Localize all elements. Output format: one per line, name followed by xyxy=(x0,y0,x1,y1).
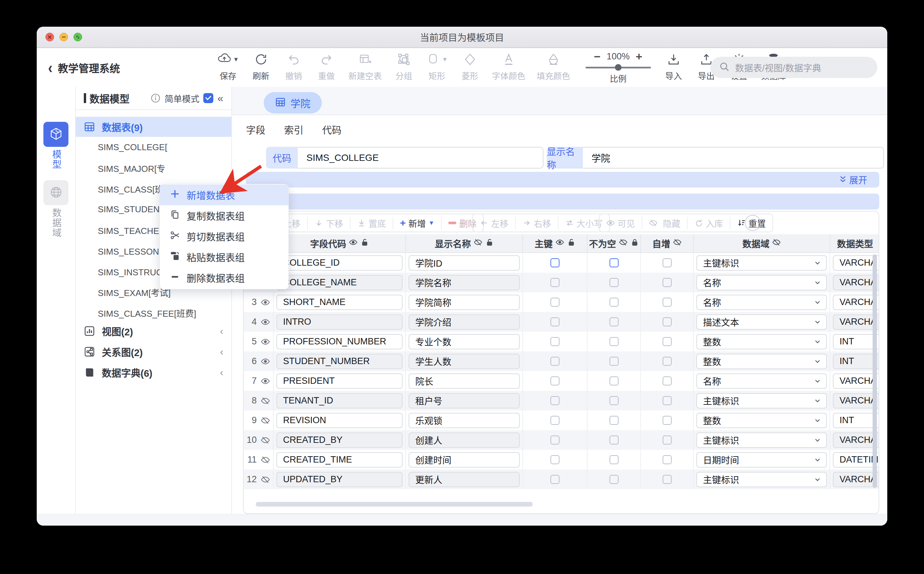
auto-increment-checkbox[interactable] xyxy=(662,298,672,307)
display-name-input[interactable]: 创建时间 xyxy=(408,452,520,468)
eye-slash-icon[interactable] xyxy=(261,416,270,425)
primary-key-checkbox[interactable] xyxy=(550,377,560,385)
refresh-button[interactable]: 刷新 xyxy=(251,51,272,81)
auto-increment-checkbox[interactable] xyxy=(662,475,672,484)
data-domain-select[interactable]: 名称 xyxy=(696,374,827,389)
add-field-button[interactable]: + 新增 ▼ xyxy=(393,217,441,229)
not-null-checkbox[interactable] xyxy=(610,377,618,385)
auto-increment-checkbox[interactable] xyxy=(662,357,672,366)
data-domain-select[interactable]: 主键标识 xyxy=(696,432,827,448)
field-code-input[interactable]: TENANT_ID xyxy=(276,393,402,408)
sidebar-group-relations[interactable]: 关系图(2) ‹ xyxy=(76,342,231,362)
lock-open-icon[interactable] xyxy=(485,238,494,249)
search-input[interactable]: 数据表/视图/数据字典 xyxy=(710,57,877,78)
eye-slash-icon[interactable] xyxy=(619,238,628,249)
chevron-left-icon[interactable]: ‹ xyxy=(220,367,223,378)
data-domain-select[interactable]: 日期时间 xyxy=(696,452,827,468)
import-button[interactable]: 导入 xyxy=(663,51,684,81)
auto-increment-checkbox[interactable] xyxy=(662,278,672,287)
tab-indexes[interactable]: 索引 xyxy=(284,123,303,137)
primary-key-checkbox[interactable] xyxy=(550,416,560,425)
set-hidden-button[interactable]: 隐藏 xyxy=(642,217,687,229)
field-code-input[interactable]: UPDATED_BY xyxy=(276,472,402,487)
field-code-input[interactable]: COLLEGE_NAME xyxy=(276,275,402,290)
not-null-checkbox[interactable] xyxy=(610,258,618,267)
eye-icon[interactable] xyxy=(261,377,270,386)
rail-item-data-domain[interactable]: 数据域 xyxy=(43,180,68,238)
menu-item-add-table[interactable]: 新增数据表 xyxy=(160,184,289,205)
data-domain-select[interactable]: 描述文本 xyxy=(696,314,827,330)
primary-key-checkbox[interactable] xyxy=(550,396,560,405)
save-button[interactable]: ▼ 保存 xyxy=(217,51,239,81)
primary-key-checkbox[interactable] xyxy=(550,357,560,366)
display-name-input[interactable]: 学院ID xyxy=(408,255,520,271)
menu-item-cut-group[interactable]: 剪切数据表组 xyxy=(160,226,289,247)
sidebar-group-dictionary[interactable]: 数据字典(6) ‹ xyxy=(76,363,231,382)
sidebar-table-item[interactable]: SIMS_CLASS_FEE[班费] xyxy=(76,302,231,323)
tab-fields[interactable]: 字段 xyxy=(246,123,265,137)
data-domain-select[interactable]: 主键标识 xyxy=(696,472,827,487)
display-name-input[interactable]: 专业个数 xyxy=(408,334,520,349)
rail-item-model[interactable]: 模型 xyxy=(43,122,68,170)
new-empty-table-button[interactable]: 新建空表 xyxy=(348,51,382,81)
auto-increment-checkbox[interactable] xyxy=(662,317,672,326)
eye-slash-icon[interactable] xyxy=(261,435,270,445)
eye-slash-icon[interactable] xyxy=(261,396,270,405)
sidebar-group-tables[interactable]: 数据表(9) xyxy=(76,117,231,137)
field-code-input[interactable]: CREATED_BY xyxy=(276,432,402,448)
primary-key-checkbox[interactable] xyxy=(550,278,560,287)
display-name-input[interactable]: 学院 xyxy=(583,147,884,169)
lock-icon[interactable] xyxy=(630,238,639,249)
zoom-in-button[interactable]: + xyxy=(635,51,642,62)
move-to-bottom-button[interactable]: 置底 xyxy=(350,217,393,229)
chevron-left-icon[interactable]: ‹ xyxy=(220,346,223,357)
move-down-button[interactable]: 下移 xyxy=(307,217,350,229)
data-domain-select[interactable]: 整数 xyxy=(696,413,827,428)
eye-icon[interactable] xyxy=(261,317,270,327)
info-button[interactable]: i xyxy=(745,215,761,231)
field-code-input[interactable]: PROFESSION_NUMBER xyxy=(276,334,402,349)
move-left-button[interactable]: 左移 xyxy=(473,217,515,229)
redo-button[interactable]: 重做 xyxy=(316,51,337,81)
field-code-input[interactable]: INTRO xyxy=(276,314,402,330)
eye-icon[interactable] xyxy=(349,238,358,249)
eye-icon[interactable] xyxy=(261,357,270,366)
not-null-checkbox[interactable] xyxy=(610,317,618,326)
horizontal-scrollbar[interactable] xyxy=(256,502,533,506)
display-name-input[interactable]: 学院介绍 xyxy=(408,314,520,330)
field-code-input[interactable]: SHORT_NAME xyxy=(276,295,402,310)
zoom-out-button[interactable]: − xyxy=(594,51,601,62)
field-code-input[interactable]: PRESIDENT xyxy=(276,374,402,389)
tab-code[interactable]: 代码 xyxy=(322,123,342,137)
field-code-input[interactable]: REVISION xyxy=(276,413,402,428)
move-right-button[interactable]: 右移 xyxy=(515,217,558,229)
not-null-checkbox[interactable] xyxy=(610,396,618,405)
field-code-input[interactable]: COLLEGE_ID xyxy=(276,255,402,271)
not-null-checkbox[interactable] xyxy=(610,455,618,464)
simple-mode-checkbox[interactable] xyxy=(203,93,213,103)
collapse-sidebar-button[interactable]: « xyxy=(217,92,223,104)
data-domain-select[interactable]: 整数 xyxy=(696,334,827,349)
eye-icon[interactable] xyxy=(261,298,270,307)
auto-increment-checkbox[interactable] xyxy=(662,258,672,267)
lock-open-icon[interactable] xyxy=(567,238,576,249)
auto-increment-checkbox[interactable] xyxy=(662,435,672,445)
sidebar-group-views[interactable]: 视图(2) ‹ xyxy=(76,321,231,341)
menu-item-copy-group[interactable]: 复制数据表组 xyxy=(160,205,289,226)
data-domain-select[interactable]: 主键标识 xyxy=(696,255,827,271)
expand-bar[interactable]: 展开 xyxy=(246,172,879,188)
display-name-input[interactable]: 乐观锁 xyxy=(408,413,520,428)
group-button[interactable]: 分组 xyxy=(393,51,415,81)
back-button[interactable]: ‹ 教学管理系统 xyxy=(48,48,120,87)
primary-key-checkbox[interactable] xyxy=(550,435,560,445)
fill-color-button[interactable]: 填充颜色 xyxy=(537,51,570,81)
eye-icon[interactable] xyxy=(555,238,564,249)
data-domain-select[interactable]: 整数 xyxy=(696,354,827,369)
display-name-input[interactable]: 院长 xyxy=(408,374,520,389)
tab-college[interactable]: 学院 xyxy=(264,92,322,114)
not-null-checkbox[interactable] xyxy=(610,416,618,425)
undo-button[interactable]: 撤销 xyxy=(283,51,304,81)
primary-key-checkbox[interactable] xyxy=(550,475,560,484)
sidebar-table-item[interactable]: SIMS_COLLEGE[ xyxy=(76,137,231,158)
menu-item-delete-group[interactable]: 删除数据表组 xyxy=(160,267,289,288)
